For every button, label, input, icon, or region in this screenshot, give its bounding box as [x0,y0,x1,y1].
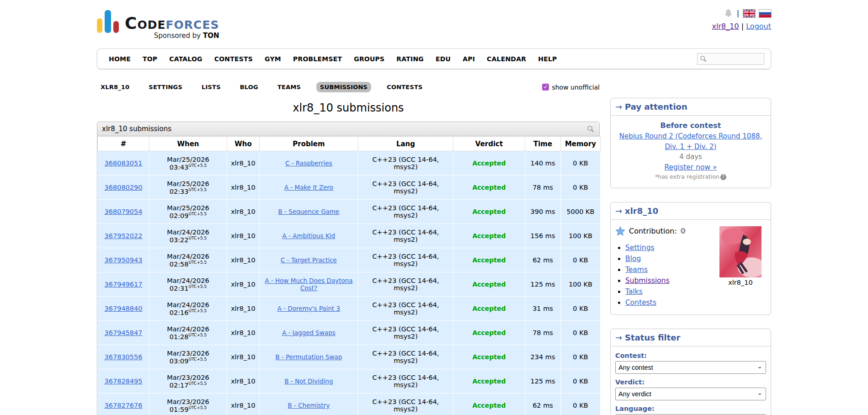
verdict-label[interactable]: Accepted [472,184,506,191]
nav-item-calendar[interactable]: CALENDAR [481,55,532,63]
submission-id-link[interactable]: 367945847 [104,329,142,336]
verdict-label[interactable]: Accepted [472,281,506,288]
nav-item-home[interactable]: HOME [103,55,137,63]
user-link-submissions[interactable]: Submissions [625,275,670,286]
submission-id-link[interactable]: 367949617 [104,281,142,288]
submission-when: Mar/25/2026 03:43UTC+5.5 [149,151,227,176]
problem-link[interactable]: C - Raspberries [285,160,332,167]
register-link[interactable]: Register now » [664,163,717,171]
submission-author[interactable]: xlr8_10 [231,160,256,167]
problem-link[interactable]: B - Permutation Swap [276,353,342,361]
search-input[interactable] [697,53,764,65]
submission-id-link[interactable]: 368083051 [104,160,142,167]
submission-id-link[interactable]: 367830556 [104,353,142,361]
col-id[interactable]: # [98,137,149,151]
submission-id-link[interactable]: 367950943 [104,256,142,264]
help-icon[interactable]: ? [720,174,726,180]
verdict-label[interactable]: Accepted [472,208,506,215]
submission-author[interactable]: xlr8_10 [231,402,256,409]
submission-id-link[interactable]: 367827676 [104,402,142,409]
user-link-teams[interactable]: Teams [625,264,648,275]
verdict-label[interactable]: Accepted [472,160,506,167]
submission-author[interactable]: xlr8_10 [231,281,256,288]
nav-item-catalog[interactable]: CATALOG [163,55,208,63]
col-verdict[interactable]: Verdict [453,137,525,151]
verdict-label[interactable]: Accepted [472,305,506,312]
nav-item-edu[interactable]: EDU [430,55,457,63]
nav-item-gym[interactable]: GYM [259,55,287,63]
table-search-icon[interactable] [586,125,595,133]
flag-en-icon[interactable] [743,10,755,17]
nav-item-groups[interactable]: GROUPS [348,55,390,63]
col-memory[interactable]: Memory [561,137,601,151]
col-lang[interactable]: Lang [358,137,453,151]
problem-link[interactable]: B - Sequence Game [278,208,340,215]
problem-link[interactable]: A - How Much Does Daytona Cost? [265,277,352,292]
bell-icon[interactable] [724,9,733,18]
verdict-label[interactable]: Accepted [472,378,506,385]
tab-submissions[interactable]: SUBMISSIONS [316,82,371,92]
col-who[interactable]: Who [227,137,260,151]
problem-link[interactable]: A - Jagged Swaps [282,329,335,336]
nav-item-rating[interactable]: RATING [390,55,430,63]
problem-link[interactable]: A - Doremy's Paint 3 [277,305,340,312]
problem-link[interactable]: C - Target Practice [281,256,337,264]
submission-id-link[interactable]: 367952022 [104,232,142,239]
submission-id-link[interactable]: 368079054 [104,208,142,215]
submission-author[interactable]: xlr8_10 [231,184,256,191]
submission-exec-time: 125 ms [525,369,561,394]
verdict-label[interactable]: Accepted [472,353,506,361]
tab-settings[interactable]: SETTINGS [145,82,186,92]
verdict-label[interactable]: Accepted [472,329,506,336]
submission-author[interactable]: xlr8_10 [231,232,256,239]
submission-author[interactable]: xlr8_10 [231,329,256,336]
submission-row: 368080290 Mar/25/2026 02:33UTC+5.5 xlr8_… [98,176,601,200]
submission-id-link[interactable]: 367828495 [104,378,142,385]
logout-link[interactable]: Logout [746,22,771,31]
tab-lists[interactable]: LISTS [198,82,224,92]
user-link-blog[interactable]: Blog [625,253,641,264]
submission-author[interactable]: xlr8_10 [231,208,256,215]
problem-link[interactable]: A - Make It Zero [284,184,333,191]
col-problem[interactable]: Problem [260,137,358,151]
tab-teams[interactable]: TEAMS [274,82,304,92]
nav-item-top[interactable]: TOP [137,55,163,63]
verdict-filter-label: Verdict: [615,378,766,386]
submission-lang: C++23 (GCC 14-64, msys2) [358,369,453,394]
problem-link[interactable]: B - Chemistry [288,402,330,409]
verdict-label[interactable]: Accepted [472,402,506,409]
submission-id-link[interactable]: 368080290 [104,184,142,191]
show-unofficial: ✓ show unofficial [542,84,600,91]
submission-author[interactable]: xlr8_10 [231,378,256,385]
col-time[interactable]: Time [525,137,561,151]
user-link-talks[interactable]: Talks [625,286,643,297]
contest-link[interactable]: Nebius Round 2 (Codeforces Round 1088, D… [615,131,766,152]
submission-id-link[interactable]: 367948840 [104,305,142,312]
main-nav-items: HOMETOPCATALOGCONTESTSGYMPROBLEMSETGROUP… [103,55,563,63]
submission-author[interactable]: xlr8_10 [231,256,256,264]
verdict-filter-select[interactable]: Any verdict [615,388,766,400]
username-link[interactable]: xlr8_10 [712,22,739,31]
nav-item-problemset[interactable]: PROBLEMSET [287,55,348,63]
flag-ru-icon[interactable] [759,10,771,17]
problem-link[interactable]: B - Not Dividing [285,378,333,385]
tab-xlr8_10[interactable]: XLR8_10 [97,82,133,92]
verdict-label[interactable]: Accepted [472,256,506,264]
verdict-label[interactable]: Accepted [472,232,506,239]
tab-blog[interactable]: BLOG [236,82,262,92]
nav-item-api[interactable]: API [457,55,481,63]
codeforces-logo[interactable]: Codeforces Sponsored by TON [97,10,219,39]
user-avatar[interactable] [719,226,761,277]
problem-link[interactable]: A - Ambitious Kid [282,232,335,239]
user-link-contests[interactable]: Contests [625,297,656,308]
col-when[interactable]: When [149,137,227,151]
contest-filter-select[interactable]: Any contest [615,361,766,374]
submission-author[interactable]: xlr8_10 [231,305,256,312]
show-unofficial-checkbox[interactable]: ✓ [542,84,549,90]
submission-author[interactable]: xlr8_10 [231,353,256,361]
nav-item-contests[interactable]: CONTESTS [208,55,259,63]
tab-contests[interactable]: CONTESTS [383,82,426,92]
nav-item-help[interactable]: HELP [532,55,563,63]
user-link-settings[interactable]: Settings [625,242,655,253]
user-link-item: Talks [625,286,719,297]
